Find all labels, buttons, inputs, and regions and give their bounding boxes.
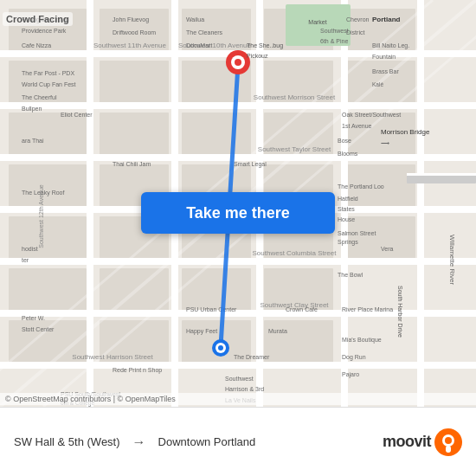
svg-text:The Leaky Roof: The Leaky Roof (22, 190, 64, 196)
svg-text:Salmon Street: Salmon Street (338, 230, 376, 236)
svg-text:Cafe Nizza: Cafe Nizza (22, 42, 51, 48)
moovit-icon (434, 428, 462, 456)
svg-text:Southwest: Southwest (225, 376, 254, 382)
svg-text:Smart Legal: Smart Legal (234, 161, 267, 168)
svg-text:Bose: Bose (338, 138, 351, 144)
svg-text:ara Thai: ara Thai (22, 138, 44, 144)
svg-text:Fountain: Fountain (372, 54, 396, 60)
svg-text:1st Avenue: 1st Avenue (342, 123, 372, 129)
svg-text:Providence Park: Providence Park (22, 28, 67, 34)
svg-text:The Cleaners: The Cleaners (186, 29, 223, 35)
svg-rect-14 (100, 61, 169, 104)
svg-rect-8 (9, 113, 87, 156)
svg-rect-10 (9, 216, 87, 260)
svg-text:Blooms: Blooms (338, 151, 358, 157)
bottom-bar: SW Hall & 5th (West) → Downtown Portland… (0, 407, 476, 476)
svg-text:Southwest Columbia Street: Southwest Columbia Street (253, 249, 338, 257)
route-to: Downtown Portland (158, 435, 256, 448)
svg-text:Murata: Murata (268, 328, 287, 334)
svg-text:Hatfield: Hatfield (338, 196, 358, 202)
svg-text:hodist: hodist (22, 246, 38, 252)
svg-text:Kalé: Kalé (372, 81, 383, 87)
svg-point-124 (235, 59, 241, 66)
svg-text:The Cheerful: The Cheerful (22, 94, 57, 100)
svg-rect-44 (0, 310, 476, 317)
svg-text:House: House (338, 216, 355, 222)
svg-rect-45 (0, 362, 476, 369)
svg-text:Southwest 11th Avenue: Southwest 11th Avenue (93, 42, 166, 49)
svg-text:Southwest Harrison Street: Southwest Harrison Street (72, 353, 153, 361)
svg-text:Southwest Morrison Street: Southwest Morrison Street (254, 93, 336, 101)
svg-text:6th & Pine: 6th & Pine (320, 38, 348, 44)
svg-rect-40 (0, 102, 476, 109)
svg-rect-22 (182, 113, 251, 156)
svg-text:The Dreamer: The Dreamer (234, 354, 270, 360)
svg-text:Bill Naito Leg.: Bill Naito Leg. (372, 42, 409, 49)
svg-text:Portland: Portland (372, 16, 401, 23)
route-row: SW Hall & 5th (West) → Downtown Portland (14, 434, 255, 450)
svg-rect-43 (0, 258, 476, 265)
svg-rect-139 (446, 446, 451, 453)
svg-text:The Bowl: The Bowl (338, 272, 363, 278)
svg-text:Stott Center: Stott Center (22, 326, 55, 332)
svg-text:Springs: Springs (338, 239, 358, 246)
svg-text:John Fluevog: John Fluevog (113, 16, 149, 23)
svg-text:District: District (346, 29, 364, 35)
svg-text:River Place Marina: River Place Marina (342, 306, 393, 312)
route-from: SW Hall & 5th (West) (14, 435, 120, 448)
svg-text:The Far Post - PDX: The Far Post - PDX (22, 70, 74, 76)
crowd-facing-label: Crowd Facing (3, 12, 73, 26)
svg-rect-46 (87, 0, 93, 407)
svg-text:Thai Chili Jam: Thai Chili Jam (113, 161, 151, 167)
svg-text:ter: ter (22, 257, 29, 263)
svg-text:Morrison Bridge: Morrison Bridge (381, 128, 430, 136)
svg-rect-38 (346, 216, 415, 260)
svg-point-138 (445, 437, 452, 444)
svg-text:Mia's Boutique: Mia's Boutique (342, 337, 382, 344)
svg-text:Brass Bar: Brass Bar (372, 68, 399, 74)
svg-text:Rede Print n Shop: Rede Print n Shop (113, 367, 162, 374)
route-arrow-icon: → (132, 434, 146, 450)
svg-rect-50 (417, 0, 424, 407)
svg-text:Southwest: Southwest (320, 28, 349, 34)
svg-text:Harrison & 3rd: Harrison & 3rd (225, 386, 264, 392)
svg-text:The Portland Loo: The Portland Loo (338, 183, 384, 190)
svg-rect-41 (0, 154, 476, 161)
svg-text:⟶: ⟶ (381, 140, 389, 146)
moovit-text: moovit (383, 433, 431, 451)
svg-point-127 (218, 345, 223, 351)
svg-text:Oak Street/Southwest: Oak Street/Southwest (342, 112, 401, 118)
svg-text:Vera: Vera (381, 246, 394, 252)
svg-text:Dog Run: Dog Run (342, 354, 366, 361)
svg-text:PSU Urban Center: PSU Urban Center (186, 306, 237, 312)
svg-text:States: States (338, 206, 355, 212)
svg-text:Willamette River: Willamette River (448, 235, 456, 286)
svg-rect-15 (100, 113, 169, 156)
svg-text:Market: Market (308, 19, 326, 25)
svg-text:Wailua: Wailua (186, 16, 204, 23)
svg-text:The She..bug: The She..bug (247, 42, 283, 49)
map-attribution: © OpenStreetMap contributors | © OpenMap… (0, 393, 476, 405)
svg-text:Peter W.: Peter W. (22, 315, 45, 321)
svg-text:Crown Cafe: Crown Cafe (286, 306, 318, 312)
take-me-there-button[interactable]: Take me there (141, 192, 335, 234)
svg-text:DocuMart: DocuMart (186, 42, 212, 48)
svg-rect-90 (407, 173, 476, 176)
svg-rect-49 (341, 0, 348, 407)
svg-rect-33 (264, 320, 333, 363)
svg-rect-25 (182, 268, 251, 312)
svg-text:Pajaro: Pajaro (342, 371, 359, 378)
svg-text:Bullpen: Bullpen (22, 106, 42, 113)
svg-text:Driftwood Room: Driftwood Room (113, 29, 156, 35)
svg-text:Pickouz: Pickouz (247, 53, 268, 59)
svg-text:Eliot Center: Eliot Center (61, 112, 93, 118)
svg-text:Chevron: Chevron (346, 16, 370, 23)
moovit-logo: moovit (383, 428, 462, 456)
svg-text:Southwest Taylor Street: Southwest Taylor Street (258, 145, 331, 153)
svg-text:World Cup Fan Fest: World Cup Fan Fest (22, 81, 76, 88)
svg-text:Happy Feet: Happy Feet (186, 328, 217, 335)
svg-rect-9 (9, 164, 87, 208)
svg-text:South Harbor Drive: South Harbor Drive (397, 286, 403, 338)
